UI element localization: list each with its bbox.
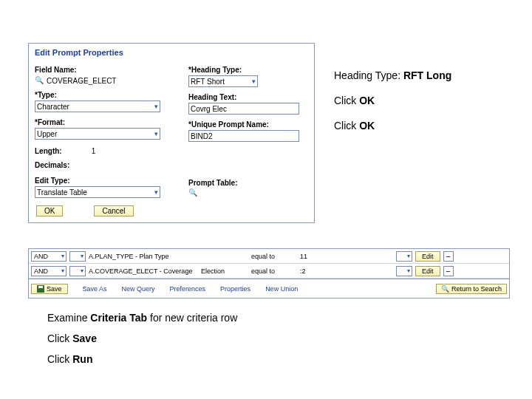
label-length: Length: bbox=[35, 147, 62, 155]
label-unique-prompt: *Unique Prompt Name: bbox=[188, 120, 299, 129]
label-heading-text: Heading Text: bbox=[188, 93, 299, 101]
logic-op-dropdown[interactable]: AND▾ bbox=[31, 251, 66, 262]
chevron-down-icon: ▾ bbox=[154, 103, 158, 110]
chevron-down-icon: ▾ bbox=[252, 78, 256, 85]
chevron-down-icon: ▾ bbox=[81, 267, 85, 274]
edit-prompt-dialog: Edit Prompt Properties Field Name: 🔍 COV… bbox=[28, 43, 315, 223]
new-union-link[interactable]: New Union bbox=[265, 285, 298, 293]
label-prompt-table: Prompt Table: bbox=[188, 179, 299, 187]
heading-text-value: Covrg Elec bbox=[191, 105, 227, 113]
label-edit-type: Edit Type: bbox=[35, 177, 168, 185]
note-line: Heading Type: RFT Long bbox=[334, 65, 451, 86]
paren-dropdown[interactable]: ▾ bbox=[396, 251, 412, 262]
note-line: Examine Criteria Tab for new criteria ro… bbox=[47, 312, 237, 324]
paren-dropdown[interactable]: ▾ bbox=[396, 266, 412, 276]
properties-link[interactable]: Properties bbox=[220, 285, 250, 293]
criteria-condition: equal to bbox=[251, 253, 297, 260]
chevron-down-icon: ▾ bbox=[61, 267, 66, 274]
field-name-value: COVERAGE_ELECT bbox=[47, 75, 116, 85]
format-value: Upper bbox=[37, 130, 57, 138]
unique-prompt-value: BIND2 bbox=[191, 132, 212, 140]
paren-dropdown[interactable]: ▾ bbox=[69, 251, 86, 262]
edit-type-value: Translate Table bbox=[37, 188, 87, 197]
format-dropdown[interactable]: Upper ▾ bbox=[35, 128, 160, 140]
edit-criteria-button[interactable]: Edit bbox=[415, 266, 440, 276]
chevron-down-icon: ▾ bbox=[407, 253, 412, 259]
label-heading-type: *Heading Type: bbox=[188, 66, 299, 74]
heading-text-input[interactable]: Covrg Elec bbox=[188, 103, 299, 115]
type-value: Character bbox=[37, 103, 69, 111]
criteria-expression: A.PLAN_TYPE - Plan Type bbox=[89, 253, 198, 260]
preferences-link[interactable]: Preferences bbox=[170, 285, 206, 293]
label-format: *Format: bbox=[35, 118, 168, 126]
action-bar: Save Save As New Query Preferences Prope… bbox=[29, 279, 509, 298]
floppy-icon bbox=[37, 285, 44, 293]
criteria-value: :2 bbox=[300, 267, 393, 275]
type-dropdown[interactable]: Character ▾ bbox=[35, 100, 160, 112]
note-line: Click Run bbox=[47, 353, 237, 365]
edit-criteria-button[interactable]: Edit bbox=[415, 251, 440, 262]
note-line: Click Save bbox=[47, 332, 237, 344]
logic-op-dropdown[interactable]: AND▾ bbox=[31, 266, 66, 276]
criteria-desc: Election bbox=[201, 267, 248, 275]
chevron-down-icon: ▾ bbox=[61, 253, 66, 259]
note-line: Click OK bbox=[334, 90, 451, 111]
right-notes: Heading Type: RFT Long Click OK Click OK bbox=[334, 65, 451, 140]
label-decimals: Decimals: bbox=[35, 161, 168, 169]
length-value: 1 bbox=[92, 147, 96, 155]
ok-button[interactable]: OK bbox=[36, 205, 63, 216]
lookup-icon[interactable]: 🔍 bbox=[188, 188, 197, 197]
heading-type-value: RFT Short bbox=[191, 78, 225, 86]
chevron-down-icon: ▾ bbox=[154, 130, 158, 137]
cancel-button[interactable]: Cancel bbox=[94, 205, 133, 216]
save-as-link[interactable]: Save As bbox=[83, 285, 107, 293]
criteria-row: AND▾ ▾ A.PLAN_TYPE - Plan Type equal to … bbox=[29, 249, 509, 264]
remove-row-button[interactable]: − bbox=[443, 251, 454, 262]
note-line: Click OK bbox=[334, 115, 451, 136]
label-type: *Type: bbox=[35, 91, 168, 99]
search-icon: 🔍 bbox=[441, 285, 449, 293]
save-button[interactable]: Save bbox=[31, 284, 68, 294]
criteria-expression: A.COVERAGE_ELECT - Coverage bbox=[89, 267, 198, 275]
criteria-value: 11 bbox=[300, 253, 393, 260]
criteria-row: AND▾ ▾ A.COVERAGE_ELECT - Coverage Elect… bbox=[29, 264, 509, 279]
paren-dropdown[interactable]: ▾ bbox=[69, 266, 86, 276]
label-field-name: Field Name: bbox=[35, 66, 168, 74]
unique-prompt-input[interactable]: BIND2 bbox=[188, 130, 299, 142]
chevron-down-icon: ▾ bbox=[81, 253, 85, 259]
remove-row-button[interactable]: − bbox=[443, 266, 454, 276]
criteria-condition: equal to bbox=[251, 267, 297, 275]
return-to-search-button[interactable]: 🔍 Return to Search bbox=[436, 284, 507, 294]
chevron-down-icon: ▾ bbox=[154, 188, 158, 196]
new-query-link[interactable]: New Query bbox=[122, 285, 155, 293]
chevron-down-icon: ▾ bbox=[407, 267, 412, 274]
lookup-icon[interactable]: 🔍 bbox=[35, 76, 44, 84]
criteria-grid: AND▾ ▾ A.PLAN_TYPE - Plan Type equal to … bbox=[28, 248, 510, 299]
bottom-notes: Examine Criteria Tab for new criteria ro… bbox=[47, 312, 237, 374]
heading-type-dropdown[interactable]: RFT Short ▾ bbox=[188, 75, 258, 87]
edit-type-dropdown[interactable]: Translate Table ▾ bbox=[35, 186, 160, 198]
dialog-title: Edit Prompt Properties bbox=[35, 48, 308, 61]
